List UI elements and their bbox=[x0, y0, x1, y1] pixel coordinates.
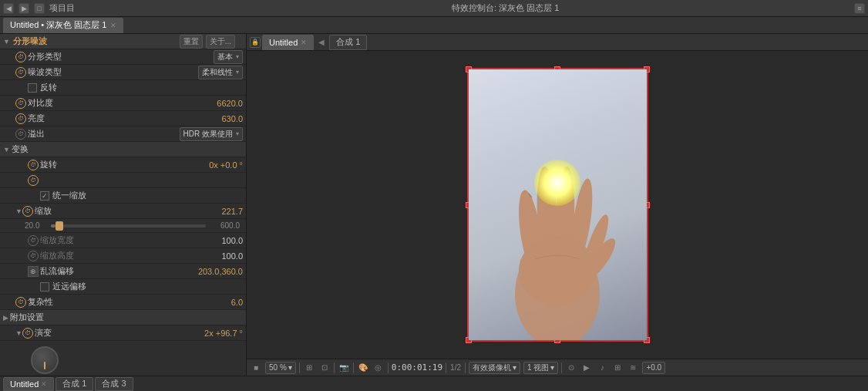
additive-section: ▶ 附加设置 bbox=[0, 310, 246, 325]
param-uniform-scale: ✓ 统一缩放 bbox=[0, 188, 246, 204]
timeline-icon[interactable]: ■ bbox=[250, 362, 262, 374]
preview-tab-untitled-label: Untitled bbox=[269, 38, 298, 47]
render-icon[interactable]: ⊙ bbox=[565, 362, 577, 374]
camera-dropdown[interactable]: 有效摄像机 ▾ bbox=[469, 362, 520, 374]
evolution-expand-icon[interactable]: ▼ bbox=[15, 329, 22, 337]
effect-expand-icon[interactable]: ▼ bbox=[3, 38, 10, 46]
evolution-dial[interactable] bbox=[31, 346, 59, 374]
audio-icon[interactable]: ♪ bbox=[596, 362, 608, 374]
param-evolution: ▼ ⏱ 演变 2x +96.7 ° bbox=[0, 325, 246, 341]
preview-lock[interactable]: 🔒 bbox=[250, 37, 261, 48]
back-btn[interactable]: ◀ bbox=[3, 3, 14, 14]
motion-blur-icon[interactable]: ≋ bbox=[627, 362, 639, 374]
sep2 bbox=[334, 362, 335, 373]
layer-tab-close[interactable]: ✕ bbox=[110, 22, 116, 29]
timer-stopwatch[interactable]: ⏱ bbox=[28, 175, 39, 186]
overflow-stopwatch[interactable]: ⏱ bbox=[15, 129, 26, 140]
param-invert: 反转 bbox=[0, 80, 246, 96]
preview-image bbox=[469, 69, 647, 340]
overflow-dropdown[interactable]: HDR 效果使用 ▾ bbox=[180, 127, 243, 141]
about-btn[interactable]: 关于... bbox=[206, 35, 235, 49]
brightness-value[interactable]: 630.0 bbox=[221, 114, 243, 123]
turbulent-value[interactable]: 203.0,360.0 bbox=[198, 267, 243, 276]
invert-checkbox-group[interactable]: 反转 bbox=[28, 82, 57, 93]
additive-expand-icon[interactable]: ▶ bbox=[3, 314, 8, 322]
effect-control-label: 特效控制台: 深灰色 固态层 1 bbox=[452, 2, 849, 14]
light-glow bbox=[534, 160, 580, 206]
fractal-type-value: 基本 bbox=[217, 52, 233, 62]
perspective-checkbox[interactable] bbox=[40, 282, 49, 292]
transform-expand-icon[interactable]: ▼ bbox=[3, 146, 10, 153]
evolution-stopwatch[interactable]: ⏱ bbox=[22, 328, 33, 339]
noise-type-dropdown[interactable]: 柔和线性 ▾ bbox=[198, 66, 243, 79]
sep5 bbox=[446, 362, 446, 373]
layer-tab[interactable]: Untitled • 深灰色 固态层 1 ✕ bbox=[3, 18, 123, 33]
maximize-btn[interactable]: □ bbox=[34, 3, 45, 14]
scale-slider-row: 20.0 600.0 bbox=[0, 219, 246, 233]
bottom-tabs: Untitled ✕ 合成 1 合成 3 bbox=[0, 376, 868, 391]
scale-height-value[interactable]: 100.0 bbox=[221, 251, 243, 261]
zoom-dropdown[interactable]: +0.0 bbox=[642, 362, 665, 374]
preview-nav-arrow[interactable]: ◀ bbox=[315, 38, 328, 46]
evolution-dial-row bbox=[0, 341, 246, 376]
timecode-display[interactable]: 0:00:01:19 bbox=[392, 362, 442, 372]
contrast-value[interactable]: 6620.0 bbox=[217, 99, 243, 108]
aspect-icon[interactable]: ⊞ bbox=[303, 362, 315, 374]
reset-btn[interactable]: 重置 bbox=[180, 35, 203, 49]
rotation-stopwatch[interactable]: ⏱ bbox=[28, 160, 39, 170]
preview-canvas bbox=[247, 51, 868, 359]
snapshot-icon[interactable]: 📷 bbox=[338, 362, 350, 374]
effect-header: ▼ 分形噪波 重置 关于... bbox=[0, 34, 246, 49]
preview-tab-untitled-close[interactable]: ✕ bbox=[301, 39, 307, 46]
param-overflow: ⏱ 溢出 HDR 效果使用 ▾ bbox=[0, 126, 246, 142]
preview-bottom-bar: ■ 50 % ▾ ⊞ ⊡ 📷 🎨 ◎ 0:00:01:19 1/2 有效摄像机 … bbox=[247, 359, 868, 376]
brightness-stopwatch[interactable]: ⏱ bbox=[15, 113, 26, 124]
fractal-type-stopwatch[interactable]: ⏱ bbox=[15, 52, 26, 62]
fractal-type-arrow: ▾ bbox=[236, 53, 239, 60]
btab-comp1[interactable]: 合成 1 bbox=[56, 377, 93, 391]
views-dropdown[interactable]: 1 视图 ▾ bbox=[523, 362, 558, 374]
scale-width-value[interactable]: 100.0 bbox=[221, 236, 243, 245]
transform-label: 变换 bbox=[12, 143, 29, 155]
noise-type-stopwatch[interactable]: ⏱ bbox=[15, 67, 26, 78]
preview-tab-untitled[interactable]: Untitled ✕ bbox=[262, 35, 314, 50]
sep3 bbox=[353, 362, 354, 373]
fwd-btn[interactable]: ▶ bbox=[19, 3, 29, 14]
show-channel-icon[interactable]: 🎨 bbox=[357, 362, 369, 374]
preview-tab-comp1[interactable]: 合成 1 bbox=[329, 35, 367, 50]
complexity-value[interactable]: 6.0 bbox=[231, 298, 243, 307]
grid-icon[interactable]: ⊞ bbox=[611, 362, 624, 374]
perspective-checkbox-group[interactable]: 近远偏移 bbox=[40, 281, 86, 292]
sep6 bbox=[465, 362, 466, 373]
rotation-value[interactable]: 0x +0.0 ° bbox=[209, 160, 243, 170]
fractal-type-dropdown[interactable]: 基本 ▾ bbox=[214, 50, 243, 64]
scale-value[interactable]: 221.7 bbox=[221, 207, 243, 216]
scale-slider-track[interactable] bbox=[51, 224, 206, 228]
safe-icon[interactable]: ⊡ bbox=[318, 362, 331, 374]
scale-stopwatch[interactable]: ⏱ bbox=[22, 206, 33, 217]
scale-slider-thumb[interactable] bbox=[56, 221, 63, 231]
btab-comp3[interactable]: 合成 3 bbox=[95, 377, 133, 391]
scale-width-stopwatch[interactable]: ⏱ bbox=[28, 235, 39, 246]
evolution-value[interactable]: 2x +96.7 ° bbox=[204, 329, 243, 338]
sep4 bbox=[388, 362, 389, 373]
contrast-stopwatch[interactable]: ⏱ bbox=[15, 98, 26, 109]
scale-height-stopwatch[interactable]: ⏱ bbox=[28, 251, 39, 261]
param-scale-height: ⏱ 缩放高度 100.0 bbox=[0, 248, 246, 264]
panel-menu-btn[interactable]: ≡ bbox=[854, 3, 865, 14]
camera-arrow: ▾ bbox=[513, 363, 516, 372]
btab-untitled[interactable]: Untitled ✕ bbox=[3, 377, 54, 391]
scale-expand-icon[interactable]: ▼ bbox=[15, 207, 22, 215]
invert-checkbox[interactable] bbox=[28, 83, 37, 93]
param-turbulent-offset: ⊕ 乱流偏移 203.0,360.0 bbox=[0, 264, 246, 279]
preview-icon[interactable]: ▶ bbox=[580, 362, 593, 374]
magnification-dropdown[interactable]: 50 % ▾ bbox=[265, 362, 296, 374]
turbulent-pin[interactable]: ⊕ bbox=[28, 266, 39, 277]
complexity-stopwatch[interactable]: ⏱ bbox=[15, 297, 26, 308]
btab-untitled-close[interactable]: ✕ bbox=[41, 380, 47, 388]
uniform-scale-checkbox-group[interactable]: ✓ 统一缩放 bbox=[40, 190, 86, 201]
effect-name: 分形噪波 bbox=[13, 35, 177, 47]
slider-min: 20.0 bbox=[25, 221, 48, 230]
color-mgmt-icon[interactable]: ◎ bbox=[372, 362, 385, 374]
uniform-scale-checkbox[interactable]: ✓ bbox=[40, 191, 49, 201]
